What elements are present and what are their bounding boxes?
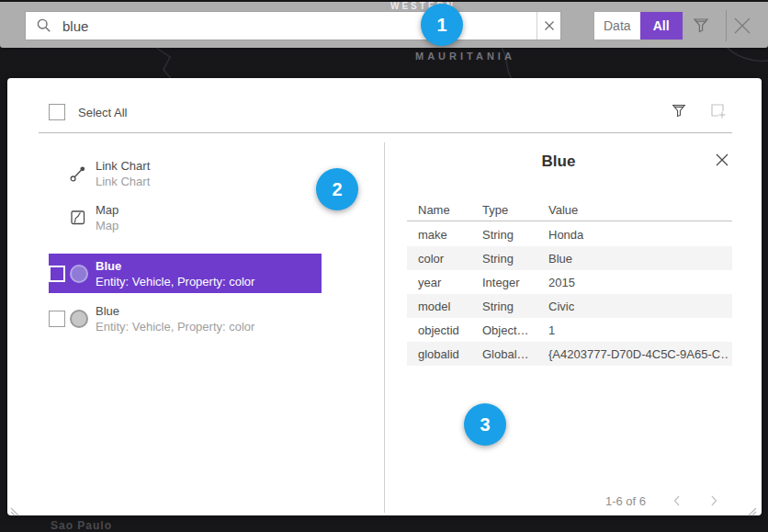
table-header-underline bbox=[407, 221, 732, 221]
scope-data-button[interactable]: Data bbox=[594, 12, 640, 40]
entity-dot-icon bbox=[70, 310, 96, 328]
close-icon bbox=[732, 16, 752, 36]
cell-value: Honda bbox=[548, 228, 728, 242]
previous-page-button[interactable] bbox=[671, 493, 683, 512]
result-title: Blue bbox=[96, 258, 254, 274]
filter-icon[interactable] bbox=[692, 16, 710, 38]
select-all-checkbox[interactable] bbox=[49, 104, 65, 120]
result-subtitle: Map bbox=[96, 218, 119, 233]
search-icon bbox=[36, 17, 52, 34]
result-item-blue-selected[interactable]: Blue Entity: Vehicle, Property: color bbox=[49, 254, 322, 293]
column-header-name: Name bbox=[418, 203, 479, 217]
link-chart-icon bbox=[70, 165, 96, 182]
table-row: model String Civic bbox=[407, 294, 732, 318]
cell-type: Global… bbox=[482, 347, 543, 361]
result-title: Link Chart bbox=[96, 158, 150, 174]
cell-type: String bbox=[482, 300, 543, 313]
cell-type: String bbox=[482, 228, 543, 242]
map-border-lines bbox=[0, 46, 768, 83]
table-row: year Integer 2015 bbox=[407, 270, 732, 294]
callout-badge-1: 1 bbox=[421, 4, 463, 46]
result-item-link-chart[interactable]: Link Chart Link Chart bbox=[49, 157, 322, 190]
resize-handle-bottom-right[interactable] bbox=[748, 504, 757, 520]
chevron-right-icon bbox=[707, 493, 720, 508]
close-icon bbox=[715, 153, 729, 167]
cell-type: String bbox=[482, 252, 543, 266]
result-item-blue[interactable]: Blue Entity: Vehicle, Property: color bbox=[49, 299, 322, 338]
chevron-left-icon bbox=[671, 493, 683, 508]
result-title: Map bbox=[96, 202, 119, 218]
callout-badge-3: 3 bbox=[464, 403, 506, 446]
cell-value: Blue bbox=[548, 252, 728, 266]
results-filter-icon[interactable] bbox=[671, 102, 687, 122]
detail-close-button[interactable] bbox=[715, 153, 729, 171]
entity-dot-icon bbox=[70, 265, 96, 283]
search-results-panel: Select All Link Chart Link Chart M bbox=[7, 78, 762, 515]
result-subtitle: Entity: Vehicle, Property: color bbox=[96, 319, 254, 334]
cell-name: make bbox=[418, 228, 479, 242]
detail-title: Blue bbox=[384, 153, 733, 171]
cell-value: Civic bbox=[548, 300, 728, 313]
cell-value: {A4203777-D70D-4C5C-9A65-C… bbox=[548, 347, 728, 361]
cell-type: Integer bbox=[482, 276, 543, 289]
map-icon bbox=[70, 209, 96, 226]
pagination-range: 1-6 of 6 bbox=[536, 494, 646, 508]
search-value[interactable]: blue bbox=[62, 18, 536, 34]
table-row: objectid Object… 1 bbox=[407, 318, 732, 342]
map-label-mauritania: MAURITANIA bbox=[415, 51, 515, 62]
select-all-label: Select All bbox=[78, 106, 127, 119]
add-to-selection-icon[interactable] bbox=[709, 102, 728, 124]
panel-divider bbox=[384, 142, 385, 513]
header-separator bbox=[39, 132, 732, 133]
scope-all-button[interactable]: All bbox=[640, 12, 683, 40]
search-toolbar: blue Data All bbox=[0, 2, 768, 48]
cell-name: objectid bbox=[418, 323, 479, 337]
result-subtitle: Entity: Vehicle, Property: color bbox=[96, 274, 254, 289]
table-row: globalid Global… {A4203777-D70D-4C5C-9A6… bbox=[407, 342, 732, 366]
cell-name: model bbox=[418, 300, 479, 313]
column-header-type: Type bbox=[482, 203, 543, 217]
callout-badge-2: 2 bbox=[316, 168, 358, 210]
search-input[interactable]: blue bbox=[25, 11, 561, 40]
result-item-map[interactable]: Map Map bbox=[49, 201, 322, 234]
close-search-button[interactable] bbox=[732, 16, 752, 40]
cell-value: 1 bbox=[548, 323, 728, 337]
clear-search-button[interactable] bbox=[536, 12, 560, 40]
result-checkbox[interactable] bbox=[49, 266, 65, 282]
table-row: color String Blue bbox=[407, 246, 732, 270]
table-row: make String Honda bbox=[407, 222, 732, 246]
next-page-button[interactable] bbox=[707, 493, 720, 512]
toolbar-divider bbox=[726, 10, 727, 41]
app-screen: WESTERN MAURITANIA Sao Paulo blue Data A… bbox=[0, 0, 768, 532]
cell-value: 2015 bbox=[548, 276, 728, 289]
map-label-bottom: Sao Paulo bbox=[51, 519, 112, 532]
cell-type: Object… bbox=[482, 323, 543, 337]
cell-name: color bbox=[418, 252, 479, 266]
close-icon bbox=[544, 20, 555, 31]
resize-handle-bottom-left[interactable] bbox=[10, 504, 19, 520]
result-title: Blue bbox=[96, 303, 254, 319]
result-subtitle: Link Chart bbox=[96, 174, 150, 189]
search-scope-toggle: Data All bbox=[593, 11, 683, 40]
cell-name: year bbox=[418, 276, 479, 289]
column-header-value: Value bbox=[548, 203, 728, 217]
cell-name: globalid bbox=[418, 347, 479, 361]
result-checkbox[interactable] bbox=[49, 311, 65, 327]
